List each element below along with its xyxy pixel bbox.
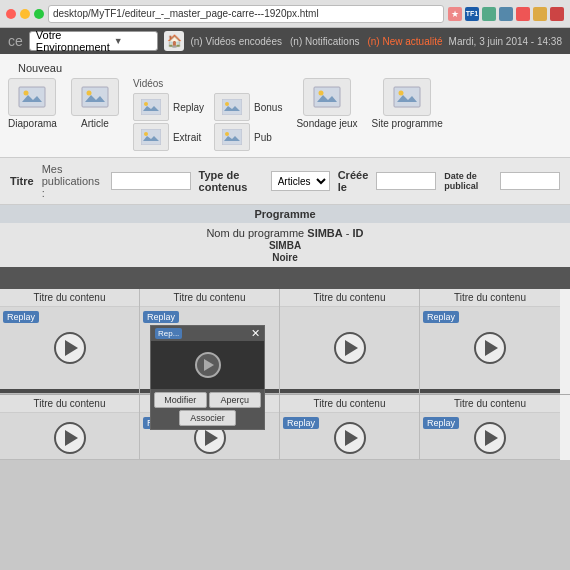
- grid-cell-1-3: Titre du contenu: [280, 289, 420, 394]
- video-replay[interactable]: Replay: [133, 93, 204, 121]
- play-button-1-3[interactable]: [334, 332, 366, 364]
- toolbar: Diaporama Article Vidéos: [8, 78, 562, 151]
- titre-col: Titre: [10, 175, 34, 187]
- cell-2-1-thumb[interactable]: [0, 413, 139, 460]
- topbar-link-videos[interactable]: (n) Vidéos encodées: [190, 36, 282, 47]
- replay-thumb: [133, 93, 169, 121]
- toolbar-videos: Vidéos Replay: [133, 78, 283, 151]
- environment-selector[interactable]: Votre Environnement ▼: [29, 31, 159, 51]
- cell-1-1-badge: Replay: [3, 311, 39, 323]
- sondage-button[interactable]: [303, 78, 351, 116]
- cell-1-4-bar: [420, 389, 560, 393]
- apercu-button[interactable]: Aperçu: [209, 392, 262, 408]
- svg-rect-8: [141, 129, 161, 145]
- site-button[interactable]: [383, 78, 431, 116]
- mes-pub-label: Mes publications :: [42, 163, 103, 199]
- ext-icon2: [499, 7, 513, 21]
- bonus-label: Bonus: [254, 102, 282, 113]
- popup-overlay: Rep... ✕ Modifier Aperçu Associer: [150, 325, 265, 430]
- extrait-label: Extrait: [173, 132, 201, 143]
- popup-header: Rep... ✕: [151, 326, 264, 341]
- svg-point-1: [24, 91, 29, 96]
- article-button[interactable]: [71, 78, 119, 116]
- grid-cell-1-4: Titre du contenu Replay: [420, 289, 560, 394]
- grid-row-1: Titre du contenu Replay Titre du contenu…: [0, 289, 570, 395]
- maximize-dot[interactable]: [34, 9, 44, 19]
- video-bonus[interactable]: Bonus: [214, 93, 282, 121]
- cell-1-1-title: Titre du contenu: [0, 289, 139, 307]
- cell-2-3-badge: Replay: [283, 417, 319, 429]
- svg-point-13: [319, 91, 324, 96]
- cell-2-1-title: Titre du contenu: [0, 395, 139, 413]
- play-button-2-3[interactable]: [334, 422, 366, 454]
- window-controls: [6, 9, 44, 19]
- video-pub[interactable]: Pub: [214, 123, 282, 151]
- toolbar-sondage: Sondage jeux: [296, 78, 357, 129]
- env-label: Votre Environnement: [36, 29, 110, 53]
- minimize-dot[interactable]: [20, 9, 30, 19]
- svg-point-11: [225, 132, 229, 136]
- play-button-2-4[interactable]: [474, 422, 506, 454]
- main-content: Nouveau Diaporama: [0, 54, 570, 460]
- pub-label: Pub: [254, 132, 272, 143]
- diaporama-label: Diaporama: [8, 118, 57, 129]
- modifier-button[interactable]: Modifier: [154, 392, 207, 408]
- url-bar[interactable]: desktop/MyTF1/editeur_-_master_page-carr…: [48, 5, 444, 23]
- svg-rect-0: [19, 87, 45, 107]
- mes-pub-input[interactable]: [111, 172, 191, 190]
- programme-id-label: ID: [353, 227, 364, 239]
- article-label: Article: [81, 118, 109, 129]
- cell-1-4-badge: Replay: [423, 311, 459, 323]
- ext-icon1: [482, 7, 496, 21]
- url-text: desktop/MyTF1/editeur_-_master_page-carr…: [53, 8, 319, 19]
- grid-cell-2-4: Titre du contenu Replay: [420, 395, 560, 460]
- date-created-input[interactable]: [376, 172, 436, 190]
- env-dropdown-arrow: ▼: [114, 36, 152, 46]
- created-col: Créée le: [338, 169, 369, 193]
- diaporama-button[interactable]: [8, 78, 56, 116]
- svg-rect-12: [314, 87, 340, 107]
- play-button-1-4[interactable]: [474, 332, 506, 364]
- popup-badge: Rep...: [155, 328, 182, 339]
- cell-1-3-thumb[interactable]: [280, 307, 419, 389]
- cell-1-2-badge: Replay: [143, 311, 179, 323]
- date-pub-input[interactable]: [500, 172, 560, 190]
- bonus-thumb: [214, 93, 250, 121]
- associer-button[interactable]: Associer: [179, 410, 236, 426]
- cell-1-1-bar: [0, 389, 139, 393]
- type-select[interactable]: Articles: [271, 171, 330, 191]
- programme-name-label: Nom du programme: [206, 227, 304, 239]
- pub-thumb: [214, 123, 250, 151]
- type-col: Type de contenus: [199, 169, 263, 193]
- site-label: Site programme: [372, 118, 443, 129]
- replay-label: Replay: [173, 102, 204, 113]
- svg-point-7: [225, 102, 229, 106]
- play-button-1-1[interactable]: [54, 332, 86, 364]
- programme-name-value: SIMBA: [307, 227, 342, 239]
- toolbar-diaporama: Diaporama: [8, 78, 57, 129]
- video-extrait[interactable]: Extrait: [133, 123, 204, 151]
- home-button[interactable]: 🏠: [164, 31, 184, 51]
- grid-cell-2-3: Titre du contenu Replay: [280, 395, 420, 460]
- popup-thumb[interactable]: [151, 341, 264, 389]
- dark-separator: [0, 267, 570, 289]
- popup-play-button[interactable]: [195, 352, 221, 378]
- grid-cell-1-2: Titre du contenu Replay Rep... ✕ Modifie…: [140, 289, 280, 394]
- ext-icon3: [516, 7, 530, 21]
- programme-section-label: Programme: [254, 208, 315, 220]
- svg-rect-14: [394, 87, 420, 107]
- popup-row-1: Modifier Aperçu: [154, 392, 261, 408]
- popup-close-button[interactable]: ✕: [251, 328, 260, 339]
- back-button[interactable]: ce: [8, 33, 23, 49]
- filter-bar: Titre Mes publications : Type de contenu…: [0, 158, 570, 205]
- topbar-link-notif[interactable]: (n) Notifications: [290, 36, 359, 47]
- app-topbar: ce Votre Environnement ▼ 🏠 (n) Vidéos en…: [0, 28, 570, 54]
- play-button-2-1[interactable]: [54, 422, 86, 454]
- bookmark-icon: ★: [448, 7, 462, 21]
- grid-cell-2-1: Titre du contenu: [0, 395, 140, 460]
- svg-point-15: [399, 91, 404, 96]
- tf1-icon: TF1: [465, 7, 479, 21]
- topbar-link-new[interactable]: (n) New actualité: [367, 36, 442, 47]
- close-dot[interactable]: [6, 9, 16, 19]
- svg-rect-10: [222, 129, 242, 145]
